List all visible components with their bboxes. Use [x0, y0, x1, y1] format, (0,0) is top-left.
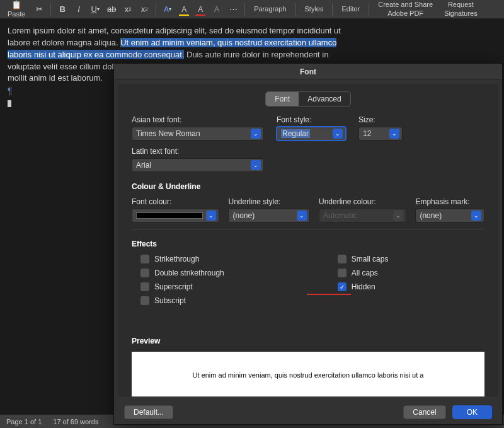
font-colour-label: Font colour:	[132, 197, 219, 206]
asian-font-label: Asian text font:	[132, 115, 264, 124]
default-button[interactable]: Default...	[124, 405, 173, 419]
format-painter-icon[interactable]: ✂	[32, 2, 47, 17]
small-caps-checkbox[interactable]: Small caps	[338, 255, 389, 263]
underline-style-label: Underline style:	[228, 197, 310, 206]
word-count[interactable]: 17 of 69 words	[53, 418, 98, 425]
clipboard-icon: 📋	[11, 0, 21, 9]
font-colour-select[interactable]: ⌄	[132, 209, 219, 223]
underline-button[interactable]: U▾	[88, 2, 103, 17]
bold-button[interactable]: B	[55, 2, 70, 17]
pilcrow-icon: ¶	[8, 86, 13, 96]
colour-underline-heading: Colour & Underline	[132, 182, 484, 191]
check-icon: ✓	[338, 282, 346, 291]
dialog-footer: Default... Cancel OK	[114, 400, 502, 424]
chevron-down-icon: ⌄	[251, 160, 261, 170]
latin-font-label: Latin text font:	[132, 147, 264, 156]
dialog-title: Font	[114, 64, 502, 80]
emphasis-mark-label: Emphasis mark:	[415, 197, 484, 206]
doc-text-after2: mollit anim id est laborum.	[8, 73, 103, 83]
font-dialog: Font Font Advanced Asian text font: Time…	[113, 63, 503, 425]
strikethrough-button[interactable]: ab	[104, 2, 119, 17]
paragraph-group-label[interactable]: Paragraph	[249, 5, 291, 13]
hidden-checkbox[interactable]: ✓Hidden	[338, 282, 389, 291]
dialog-tabs: Font Advanced	[132, 91, 484, 107]
clear-formatting-button[interactable]: A	[209, 2, 224, 17]
asian-font-select[interactable]: Times New Roman ⌄	[132, 127, 264, 141]
superscript-checkbox[interactable]: Superscript	[140, 282, 224, 291]
subscript-button[interactable]: x2	[120, 2, 135, 17]
font-size-select[interactable]: 12 ⌄	[358, 127, 403, 141]
latin-font-select[interactable]: Arial ⌄	[132, 158, 264, 172]
tab-advanced[interactable]: Advanced	[299, 92, 350, 106]
ok-button[interactable]: OK	[452, 405, 492, 419]
emphasis-mark-select[interactable]: (none) ⌄	[415, 209, 484, 223]
all-caps-checkbox[interactable]: All caps	[338, 269, 389, 277]
superscript-button[interactable]: x2	[137, 2, 152, 17]
effects-group: Strikethrough Double strikethrough Super…	[132, 255, 484, 305]
effects-heading: Effects	[132, 240, 484, 248]
italic-button[interactable]: I	[71, 2, 86, 17]
text-cursor	[8, 100, 11, 107]
chevron-down-icon: ⌄	[251, 129, 261, 139]
chevron-down-icon: ⌄	[206, 211, 216, 221]
underline-style-select[interactable]: (none) ⌄	[228, 209, 310, 223]
chevron-down-icon: ⌄	[297, 211, 307, 221]
subscript-checkbox[interactable]: Subscript	[140, 296, 224, 305]
font-dialog-launcher-icon[interactable]: ⋯	[226, 2, 241, 17]
colour-swatch	[136, 212, 203, 219]
underline-colour-label: Underline colour:	[319, 197, 406, 206]
chevron-down-icon: ⌄	[393, 211, 403, 221]
font-size-label: Size:	[358, 115, 403, 124]
font-style-label: Font style:	[277, 115, 346, 124]
highlight-button[interactable]: A	[176, 2, 192, 17]
preview-area: Ut enim ad minim veniam, quis nostrud ex…	[132, 352, 484, 396]
paste-button[interactable]: 📋 Paste	[3, 0, 30, 18]
styles-group-label[interactable]: Styles	[300, 5, 329, 13]
cancel-button[interactable]: Cancel	[403, 405, 445, 419]
preview-heading: Preview	[132, 337, 484, 345]
page-indicator[interactable]: Page 1 of 1	[6, 418, 42, 425]
editor-group-label[interactable]: Editor	[336, 5, 365, 13]
create-share-pdf-button[interactable]: Create and Share Adobe PDF	[373, 1, 438, 17]
underline-colour-select: Automatic ⌄	[319, 209, 406, 223]
font-style-select[interactable]: Regular ⌄	[277, 127, 346, 141]
strikethrough-checkbox[interactable]: Strikethrough	[140, 255, 224, 263]
font-color-button[interactable]: A	[193, 2, 208, 17]
highlight-underline	[307, 294, 351, 295]
ribbon-toolbar: 📋 Paste ✂ B I U▾ ab x2 x2 A▾ A A A ⋯ Par…	[0, 0, 504, 19]
tab-font[interactable]: Font	[266, 92, 299, 106]
double-strikethrough-checkbox[interactable]: Double strikethrough	[140, 269, 224, 277]
chevron-down-icon: ⌄	[389, 129, 399, 139]
request-signatures-button[interactable]: Request Signatures	[439, 1, 483, 17]
chevron-down-icon: ⌄	[333, 129, 343, 139]
chevron-down-icon: ⌄	[471, 211, 481, 221]
text-effects-button[interactable]: A▾	[160, 2, 175, 17]
